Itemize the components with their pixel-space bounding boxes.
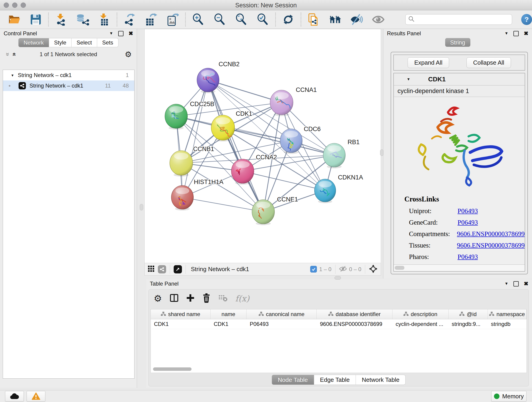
network-node-ccnb2[interactable] [197,68,219,93]
table-cell[interactable]: cyclin-dependent ... [393,319,449,329]
table-header-description[interactable]: description [393,309,449,319]
tab-node-table[interactable]: Node Table [272,375,314,385]
network-node-ccnb1[interactable] [170,151,193,177]
save-session-icon[interactable] [29,13,42,26]
table-row[interactable]: CDK1CDK1P064939606.ENSP00000378699cyclin… [151,319,526,329]
close-panel-icon[interactable]: ✖ [128,31,133,36]
tab-network-table[interactable]: Network Table [356,375,405,385]
crosslink-value-link[interactable]: P06493 [457,207,478,215]
expand-all-button[interactable]: Expand All [408,57,449,68]
network-view-icon[interactable] [158,265,166,274]
import-network-from-database-icon[interactable] [76,13,89,26]
table-header-shared-name[interactable]: shared name [151,309,210,319]
delete-column-icon[interactable] [202,293,210,304]
table-cell[interactable]: 9606.ENSP00000378699 [317,319,392,329]
table-header-namespace[interactable]: namespace [488,309,526,319]
warning-status-button[interactable] [27,391,45,402]
expand-collapse-bar: Expand All Collapse All [393,55,525,70]
tab-style[interactable]: Style [49,38,71,47]
network-row-selected[interactable]: ● String Network – cdk1 11 48 [3,80,134,91]
open-session-icon[interactable] [8,13,21,26]
collection-caret-icon[interactable]: ▼ [11,73,14,77]
bottom-splitter-grip[interactable] [335,276,341,280]
maximize-panel-icon[interactable] [513,281,519,287]
table-cell[interactable]: CDK1 [210,319,247,329]
float-panel-icon[interactable]: ▼ [109,31,113,36]
network-collection-row[interactable]: ▼ String Network – cdk1 1 [3,70,134,80]
left-splitter-grip[interactable] [140,204,143,211]
close-panel-icon[interactable]: ✖ [524,31,528,36]
close-panel-icon[interactable]: ✖ [524,281,528,287]
birdseye-navigator-icon[interactable] [369,264,378,274]
show-all-icon[interactable] [372,13,385,26]
table-cell[interactable]: stringdb [488,319,526,329]
table-header-database-identifier[interactable]: database identifier [317,309,392,319]
table-cell[interactable]: CDK1 [151,319,210,329]
memory-button[interactable]: Memory [491,391,526,402]
cloud-status-button[interactable] [5,391,24,402]
tab-edge-table[interactable]: Edge Table [314,375,356,385]
maximize-panel-icon[interactable] [118,31,123,36]
results-panel-title: Results Panel [387,30,421,37]
search-input[interactable] [405,14,512,25]
detach-view-icon[interactable] [174,265,182,274]
network-edge-ccna2-cdkn1a[interactable] [243,171,325,191]
maximize-panel-icon[interactable] [513,31,519,36]
first-neighbors-icon[interactable] [329,13,342,26]
table-options-gear-icon[interactable]: ⚙ [154,293,162,304]
table-header--id[interactable]: @id [449,309,488,319]
export-table-icon[interactable] [145,13,158,26]
node-label-ccnb2: CCNB2 [219,61,240,68]
main-toolbar: ? [0,10,532,29]
results-scrollbar[interactable] [394,264,525,271]
import-table-from-file-icon[interactable] [98,13,111,26]
crosslink-value-link[interactable]: 9606.ENSP00000378699 [457,242,525,249]
zoom-in-icon[interactable] [192,13,205,26]
network-node-ccna1[interactable] [270,90,293,116]
hide-selected-icon[interactable] [350,13,363,26]
crosslink-value-link[interactable]: 9606.ENSP00000378699 [457,230,525,238]
apply-layout-icon[interactable] [282,13,295,26]
network-canvas[interactable]: CCNB2CCNA1CDC25BCDK1CDC6RB1CCNB1CCNA2CDK… [145,29,381,263]
tab-select[interactable]: Select [71,38,97,47]
table-horizontal-scrollbar[interactable] [153,367,191,371]
zoom-selected-icon[interactable] [256,13,269,26]
network-node-cdc25b[interactable] [165,104,188,129]
network-node-cdc6[interactable] [280,129,302,154]
collapse-all-button[interactable]: Collapse All [467,57,511,68]
section-caret-icon[interactable]: ▼ [407,77,410,81]
crosslink-value-link[interactable]: P06493 [457,253,478,261]
selected-checkbox-icon[interactable] [310,266,317,273]
network-node-cdkn1a[interactable] [315,179,336,203]
float-panel-icon[interactable]: ▼ [505,281,508,286]
results-scrollbar-thumb[interactable] [395,266,404,270]
network-node-cdk1[interactable] [211,115,234,141]
network-node-hist1h1a[interactable] [171,185,194,211]
table-cell[interactable]: stringdb:9... [449,319,488,329]
table-header-name[interactable]: name [210,309,247,319]
export-image-icon[interactable] [166,13,179,26]
create-column-icon[interactable] [186,294,195,303]
tab-network[interactable]: Network [18,38,49,47]
export-network-icon[interactable] [123,13,136,26]
table-tabs: Node Table Edge Table Network Table [149,374,529,385]
float-panel-icon[interactable]: ▼ [505,31,508,36]
zoom-out-icon[interactable] [213,13,226,26]
clone-network-icon[interactable] [307,13,320,26]
crosslink-value-link[interactable]: P06493 [457,219,478,226]
show-columns-icon[interactable] [170,294,178,303]
network-node-ccne1[interactable] [252,200,275,225]
help-button[interactable]: ? [521,14,532,25]
network-view[interactable]: CCNB2CCNA1CDC25BCDK1CDC6RB1CCNB1CCNA2CDK… [144,29,381,275]
tab-string[interactable]: String [445,38,470,47]
zoom-fit-icon[interactable] [235,13,248,26]
network-options-gear-icon[interactable]: ⚙ [125,50,132,59]
network-node-rb1[interactable] [323,143,346,168]
grid-view-icon[interactable] [148,265,155,273]
import-network-from-file-icon[interactable] [55,13,68,26]
right-splitter-grip[interactable] [380,149,384,156]
tab-sets[interactable]: Sets [97,38,119,47]
table-cell[interactable]: P06493 [247,319,317,329]
table-header-canonical-name[interactable]: canonical name [247,309,317,319]
network-edge-ccnb2-ccne1[interactable] [208,80,263,212]
